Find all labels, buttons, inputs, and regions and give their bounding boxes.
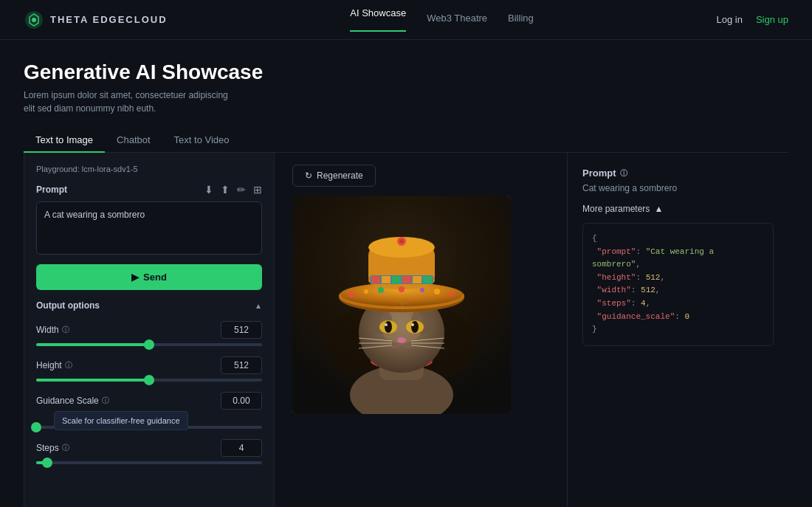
navbar: THETA EDGECLOUD AI Showcase Web3 Theatre…: [0, 0, 812, 40]
width-slider-thumb[interactable]: [144, 339, 154, 350]
prompt-header: Prompt ⬇ ⬆ ✏ ⊞: [36, 184, 262, 196]
height-info-icon: ⓘ: [65, 360, 72, 370]
right-prompt-info-icon: ⓘ: [620, 168, 627, 179]
svg-point-22: [411, 323, 414, 326]
output-options-label: Output options: [36, 300, 100, 311]
svg-rect-41: [402, 276, 411, 283]
nav-web3-theatre[interactable]: Web3 Theatre: [427, 13, 487, 27]
svg-point-46: [378, 287, 384, 293]
height-slider-track: [36, 379, 262, 382]
regenerate-button[interactable]: ↻ Regenerate: [292, 165, 376, 187]
output-options-header[interactable]: Output options ▲: [36, 300, 262, 311]
page-title: Generative AI Showcase: [24, 61, 788, 84]
height-slider-thumb[interactable]: [144, 375, 154, 385]
svg-point-45: [364, 289, 368, 294]
output-options-chevron: ▲: [255, 302, 262, 310]
left-panel: Playground: lcm-lora-sdv1-5 Prompt ⬇ ⬆ ✏…: [24, 153, 275, 507]
code-block: { "prompt": "Cat wearing a sombrero", "h…: [582, 223, 774, 346]
guidance-label: Guidance Scale ⓘ: [36, 396, 109, 406]
svg-point-21: [385, 323, 388, 326]
nav-ai-showcase[interactable]: AI Showcase: [350, 7, 406, 32]
send-label: Send: [143, 272, 167, 283]
steps-slider-thumb[interactable]: [42, 458, 52, 468]
width-label: Width ⓘ: [36, 325, 69, 335]
guidance-scale-param: Guidance Scale ⓘ Scale for classifier-fr…: [36, 392, 262, 429]
code-close-brace: }: [592, 323, 764, 337]
svg-point-23: [397, 337, 406, 343]
regenerate-label: Regenerate: [317, 170, 363, 181]
code-guidance-line: "guidance_scale": 0: [592, 311, 764, 324]
signup-link[interactable]: Sign up: [756, 14, 788, 25]
more-params-header[interactable]: More parameters ▲: [582, 204, 774, 214]
guidance-label-row: Guidance Scale ⓘ: [36, 392, 262, 410]
code-open-brace: {: [592, 232, 764, 246]
steps-input[interactable]: [221, 439, 262, 457]
upload-icon[interactable]: ⬆: [221, 184, 230, 196]
center-panel: ↻ Regenerate: [275, 153, 567, 507]
grid-icon[interactable]: ⊞: [253, 184, 262, 196]
svg-point-1: [32, 18, 36, 22]
height-param: Height ⓘ: [36, 356, 262, 382]
prompt-input[interactable]: A cat wearing a sombrero: [36, 201, 262, 255]
svg-point-50: [450, 292, 454, 297]
svg-rect-40: [392, 276, 401, 283]
code-prompt-line: "prompt": "Cat wearing a sombrero",: [592, 246, 764, 272]
steps-info-icon: ⓘ: [62, 443, 69, 453]
login-link[interactable]: Log in: [716, 14, 742, 25]
prompt-section: Prompt ⬇ ⬆ ✏ ⊞ A cat wearing a sombrero …: [36, 184, 262, 290]
main-content: Generative AI Showcase Lorem ipsum dolor…: [0, 40, 812, 507]
width-input[interactable]: [221, 321, 262, 339]
height-slider-fill: [36, 379, 149, 382]
right-panel: Prompt ⓘ Cat wearing a sombrero More par…: [567, 153, 788, 507]
guidance-tooltip: Scale for classifier-free guidance: [54, 411, 188, 430]
tab-text-to-image[interactable]: Text to Image: [24, 128, 105, 153]
svg-point-20: [411, 321, 419, 333]
width-label-row: Width ⓘ: [36, 321, 262, 339]
right-prompt-label: Prompt ⓘ: [582, 168, 774, 179]
nav-auth: Log in Sign up: [716, 14, 788, 25]
logo-icon: [24, 10, 44, 30]
generated-image: ☞: [292, 196, 511, 414]
svg-point-19: [385, 321, 392, 333]
svg-point-49: [434, 289, 440, 294]
svg-rect-38: [371, 276, 380, 283]
more-params-label: More parameters: [582, 204, 650, 214]
height-label-row: Height ⓘ: [36, 356, 262, 374]
steps-label: Steps ⓘ: [36, 443, 69, 453]
svg-rect-39: [382, 276, 390, 283]
nav-billing[interactable]: Billing: [508, 13, 534, 27]
tab-bar: Text to Image Chatbot Text to Video: [24, 128, 788, 153]
svg-text:☞: ☞: [395, 297, 408, 313]
guidance-input[interactable]: [221, 392, 262, 410]
brand-name: THETA EDGECLOUD: [50, 14, 168, 25]
svg-rect-43: [423, 276, 432, 283]
svg-point-52: [399, 239, 404, 244]
height-input[interactable]: [221, 356, 262, 374]
width-info-icon: ⓘ: [62, 325, 69, 335]
prompt-label: Prompt: [36, 184, 67, 195]
code-steps-line: "steps": 4,: [592, 297, 764, 311]
svg-rect-42: [413, 276, 422, 283]
height-label: Height ⓘ: [36, 360, 72, 370]
steps-slider-track: [36, 461, 262, 464]
nav-links: AI Showcase Web3 Theatre Billing: [350, 7, 533, 32]
edit-icon[interactable]: ✏: [237, 184, 246, 196]
code-width-line: "width": 512,: [592, 284, 764, 297]
tab-text-to-video[interactable]: Text to Video: [162, 128, 241, 153]
content-area: Playground: lcm-lora-sdv1-5 Prompt ⬇ ⬆ ✏…: [24, 153, 788, 507]
playground-label: Playground: lcm-lora-sdv1-5: [36, 165, 262, 173]
width-param: Width ⓘ: [36, 321, 262, 346]
width-slider-fill: [36, 343, 149, 346]
send-button[interactable]: ▶ Send: [36, 264, 262, 290]
guidance-slider-thumb[interactable]: [31, 422, 41, 432]
code-height-line: "height": 512,: [592, 272, 764, 285]
svg-point-44: [348, 292, 354, 297]
page-description: Lorem ipsum dolor sit amet, consectetuer…: [24, 89, 282, 115]
prompt-icons: ⬇ ⬆ ✏ ⊞: [204, 184, 262, 196]
more-params-chevron: ▲: [654, 204, 663, 214]
svg-point-48: [420, 288, 424, 292]
tab-chatbot[interactable]: Chatbot: [105, 128, 162, 153]
svg-point-47: [399, 286, 405, 292]
guidance-info-icon: ⓘ: [102, 396, 109, 406]
download-icon[interactable]: ⬇: [204, 184, 213, 196]
